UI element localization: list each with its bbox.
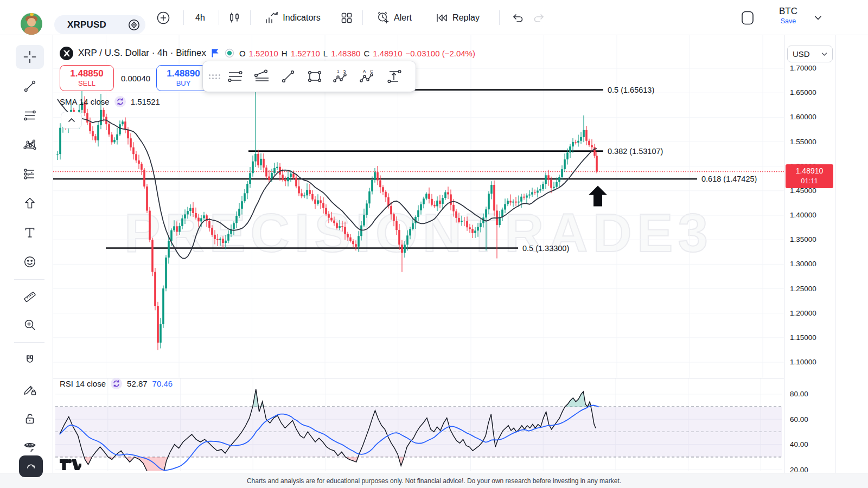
price-tick: 1.40000 bbox=[790, 211, 816, 219]
magnet-mode-button[interactable] bbox=[16, 349, 44, 373]
lock-drawings-button[interactable] bbox=[16, 407, 44, 431]
sma-value: 1.51521 bbox=[131, 97, 160, 106]
zoom-in-icon bbox=[23, 318, 37, 332]
crosshair-tool-button[interactable] bbox=[16, 45, 44, 69]
sma-title: SMA 14 close bbox=[60, 97, 110, 106]
abcd-pattern-tool[interactable]: AC bbox=[354, 63, 381, 89]
trend-line-tool[interactable] bbox=[275, 63, 301, 89]
rsi-value: 52.87 bbox=[127, 379, 148, 388]
undo-icon bbox=[511, 11, 524, 24]
zoom-in-tool-button[interactable] bbox=[16, 313, 44, 337]
divider bbox=[250, 10, 251, 25]
chart-style-button[interactable] bbox=[224, 0, 245, 35]
price-tick: 1.55000 bbox=[790, 138, 816, 146]
divider bbox=[183, 10, 184, 25]
currency-unit-label: USD bbox=[793, 49, 810, 59]
emoji-tool-button[interactable] bbox=[16, 250, 44, 274]
alert-button[interactable]: Alert bbox=[370, 0, 418, 35]
svg-text:5: 5 bbox=[343, 69, 346, 74]
text-tool-button[interactable] bbox=[16, 221, 44, 245]
rsi-tick: 80.00 bbox=[790, 390, 808, 398]
price-tick: 1.35000 bbox=[790, 235, 816, 243]
arrow-up-marker[interactable] bbox=[589, 185, 607, 206]
market-status-icon bbox=[225, 48, 234, 58]
axis-edge-line bbox=[835, 35, 836, 473]
trend-line-tool-button[interactable] bbox=[16, 74, 44, 98]
symbol-title[interactable]: XRP / U.S. Dollar · 4h · Bitfinex bbox=[78, 48, 206, 59]
drawing-sidebar bbox=[0, 35, 53, 473]
maximize-icon bbox=[740, 10, 755, 26]
rsi-title: RSI 14 close bbox=[60, 379, 106, 388]
low-value: 1.48380 bbox=[331, 49, 360, 58]
replay-button[interactable]: Replay bbox=[430, 0, 484, 35]
price-tick: 1.15000 bbox=[790, 333, 816, 342]
xabcd-pattern-tool-button[interactable] bbox=[16, 133, 44, 157]
symbol-search-button[interactable]: XRPUSD bbox=[54, 15, 145, 34]
rsi-tick: 60.00 bbox=[790, 415, 808, 423]
hide-drawings-button[interactable] bbox=[16, 434, 44, 458]
bar-countdown: 01:11 bbox=[786, 176, 833, 185]
replay-icon bbox=[435, 11, 448, 24]
text-icon bbox=[23, 226, 37, 240]
quote-currency-dropdown[interactable]: BTC Save bbox=[779, 6, 797, 25]
currency-chevron[interactable] bbox=[808, 0, 828, 35]
svg-text:A: A bbox=[363, 69, 366, 74]
pencil-lock-icon bbox=[23, 383, 37, 397]
flag-icon[interactable] bbox=[211, 48, 220, 58]
redo-button[interactable] bbox=[529, 0, 549, 35]
arrow-marker-tool-button[interactable] bbox=[16, 191, 44, 215]
currency-unit-dropdown[interactable]: USD bbox=[787, 46, 833, 62]
trend-line-icon bbox=[23, 79, 37, 93]
collapse-legend-button[interactable] bbox=[61, 112, 82, 129]
curved-arrow-icon bbox=[25, 461, 36, 472]
divider bbox=[219, 10, 219, 25]
buy-button[interactable]: 1.48890 BUY bbox=[156, 65, 210, 91]
timeframe-button[interactable]: 4h bbox=[189, 0, 212, 35]
unlock-icon bbox=[23, 412, 37, 426]
tradingview-logo[interactable] bbox=[59, 456, 81, 473]
sma-sync-icon[interactable] bbox=[114, 96, 126, 107]
rsi-tick: 40.00 bbox=[790, 440, 808, 448]
fib-retracement-tool-button[interactable] bbox=[16, 104, 44, 127]
toolbar-drag-handle[interactable] bbox=[207, 74, 221, 79]
fib-levels[interactable]: 0.5 (1.65613)0.382 (1.53107)0.618 (1.474… bbox=[53, 86, 757, 253]
fullscreen-button[interactable] bbox=[737, 0, 758, 35]
smiley-icon bbox=[23, 255, 37, 269]
crosshair-icon bbox=[23, 50, 37, 64]
layout-grid-button[interactable] bbox=[336, 0, 357, 35]
svg-text:0.618 (1.47425): 0.618 (1.47425) bbox=[701, 175, 757, 183]
indicators-icon bbox=[264, 11, 278, 25]
drawing-mode-button[interactable] bbox=[16, 378, 44, 402]
price-axis[interactable]: USD 1.700001.650001.600001.550001.500001… bbox=[784, 35, 868, 473]
candlestick-icon bbox=[228, 11, 241, 24]
chevron-up-icon bbox=[68, 118, 75, 123]
rsi-sync-icon[interactable] bbox=[111, 378, 122, 389]
sell-button[interactable]: 1.48850 SELL bbox=[60, 65, 114, 91]
rsi-chart-pane[interactable] bbox=[53, 378, 784, 471]
sell-price: 1.48850 bbox=[60, 68, 113, 79]
measure-tool-button[interactable] bbox=[16, 285, 44, 309]
user-avatar[interactable] bbox=[21, 13, 42, 35]
arrow-up-icon bbox=[23, 196, 37, 210]
add-symbol-button[interactable] bbox=[154, 0, 173, 35]
projection-icon bbox=[23, 167, 37, 181]
fib-lines-icon bbox=[23, 108, 37, 123]
price-tick: 1.30000 bbox=[790, 260, 816, 268]
divider bbox=[14, 279, 44, 280]
symbol-detail-icon bbox=[128, 19, 140, 31]
quote-currency-label: BTC bbox=[779, 6, 797, 17]
undo-button[interactable] bbox=[508, 0, 527, 35]
quick-action-bubble[interactable] bbox=[19, 455, 43, 477]
xabcd-pattern-icon bbox=[23, 138, 37, 152]
long-position-tool[interactable] bbox=[381, 63, 407, 89]
projection-tool-button[interactable] bbox=[16, 162, 44, 186]
chevron-down-icon bbox=[821, 52, 827, 56]
svg-text:0.382 (1.53107): 0.382 (1.53107) bbox=[608, 147, 663, 156]
parallel-channel-tool[interactable] bbox=[248, 63, 275, 89]
horizontal-ray-tool[interactable] bbox=[221, 63, 248, 89]
elliott-wave-tool[interactable]: 15 bbox=[328, 63, 354, 89]
top-toolbar: XRPUSD 4h Indicators Alert bbox=[0, 0, 868, 35]
save-button[interactable]: Save bbox=[779, 17, 797, 25]
indicators-button[interactable]: Indicators bbox=[257, 0, 328, 35]
rectangle-tool[interactable] bbox=[301, 63, 328, 89]
